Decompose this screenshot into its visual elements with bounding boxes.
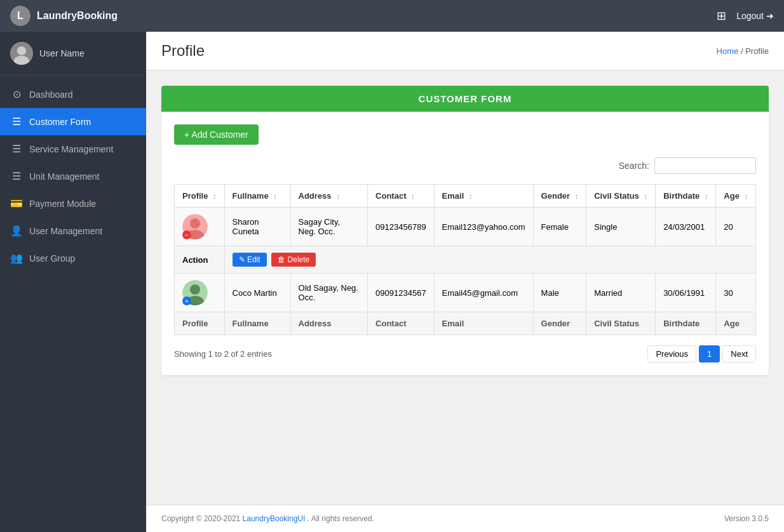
sidebar-item-label: User Management [29,226,102,236]
sidebar-username: User Name [39,48,84,58]
logout-icon: ➜ [766,11,774,21]
footer-col-profile: Profile [175,312,225,335]
sidebar-item-unit-management[interactable]: ☰ Unit Management [0,163,146,190]
previous-button[interactable]: Previous [647,345,696,362]
sidebar-item-service-management[interactable]: ☰ Service Management [0,135,146,163]
delete-button[interactable]: 🗑 Delete [271,253,316,267]
profile-cell: + [182,280,217,305]
navbar: L LaundryBooking ⊞ Logout ➜ [0,0,784,32]
search-label: Search: [619,161,649,171]
col-fullname[interactable]: Fullname ↕ [224,185,290,208]
sidebar-item-payment-module[interactable]: 💳 Payment Module [0,190,146,217]
table-row: − Sharon Cuneta Sagay City, Neg. Occ. 09… [175,208,756,246]
sidebar-nav: ⊙ Dashboard ☰ Customer Form ☰ Service Ma… [0,76,146,532]
sidebar-item-dashboard[interactable]: ⊙ Dashboard [0,81,146,108]
svg-point-7 [190,284,200,295]
col-gender[interactable]: Gender ↕ [533,185,586,208]
cell-gender: Female [533,208,586,246]
col-birthdate[interactable]: Birthdate ↕ [656,185,716,208]
card-header: CUSTOMER FORM [161,86,769,112]
sidebar-item-customer-form[interactable]: ☰ Customer Form [0,108,146,135]
sort-icon: ↕ [273,192,277,200]
search-input[interactable] [654,157,756,174]
grid-icon[interactable]: ⊞ [717,9,726,23]
footer-brand-link[interactable]: LaundryBookingUI [243,514,306,523]
sort-icon: ↕ [575,192,579,200]
profile-avatar: + [182,280,208,305]
svg-point-4 [190,218,200,229]
app-name: LaundryBooking [37,10,118,22]
footer-col-address: Address [290,312,368,335]
badge-red-icon: − [182,230,191,239]
breadcrumb-current: Profile [745,46,769,56]
cell-civil-status: Married [586,274,656,312]
page-1-button[interactable]: 1 [699,345,720,362]
breadcrumb-home[interactable]: Home [717,46,739,56]
breadcrumb-separator: / [741,46,743,56]
cell-fullname: Sharon Cuneta [224,208,290,246]
site-footer: Copyright © 2020-2021 LaundryBookingUI .… [146,505,784,532]
cell-gender: Male [533,274,586,312]
cell-email: Email123@yahoo.com [434,208,533,246]
next-button[interactable]: Next [722,345,756,362]
col-civil-status[interactable]: Civil Status ↕ [586,185,656,208]
cell-address: Old Sagay, Neg. Occ. [290,274,368,312]
content-area: CUSTOMER FORM + Add Customer Search: Pro… [146,70,784,505]
footer-col-email: Email [434,312,533,335]
sidebar: User Name ⊙ Dashboard ☰ Customer Form ☰ … [0,32,146,532]
payment-icon: 💳 [10,197,23,209]
card-body: + Add Customer Search: Profile ↕ Fullnam… [161,112,769,375]
cell-fullname: Coco Martin [224,274,290,312]
col-contact[interactable]: Contact ↕ [368,185,435,208]
search-bar: Search: [174,157,756,174]
sidebar-item-label: Dashboard [29,90,73,100]
sidebar-item-user-group[interactable]: 👥 User Group [0,244,146,272]
cell-contact: 09091234567 [368,274,435,312]
sort-icon: ↕ [705,192,708,200]
main-content: Profile Home / Profile CUSTOMER FORM + A… [146,32,784,532]
sort-icon: ↕ [213,192,217,200]
unit-management-icon: ☰ [10,170,23,182]
cell-birthdate: 24/03/2001 [656,208,716,246]
cell-civil-status: Single [586,208,656,246]
col-email[interactable]: Email ↕ [434,185,533,208]
page-header: Profile Home / Profile [146,32,784,70]
edit-button[interactable]: ✎ Edit [233,253,267,267]
footer-col-contact: Contact [368,312,435,335]
sort-icon: ↕ [644,192,648,200]
action-row: Action ✎ Edit 🗑 Delete [175,246,756,274]
showing-entries: Showing 1 to 2 of 2 entries [174,349,272,359]
footer-version: Version 3.0.5 [724,514,769,523]
user-management-icon: 👤 [10,225,23,237]
sidebar-user: User Name [0,32,146,76]
pagination: Previous 1 Next [647,345,756,362]
col-address[interactable]: Address ↕ [290,185,368,208]
footer-col-birthdate: Birthdate [656,312,716,335]
cell-profile: − [175,208,225,246]
cell-birthdate: 30/06/1991 [656,274,716,312]
table-footer: Showing 1 to 2 of 2 entries Previous 1 N… [174,345,756,362]
customer-form-card: CUSTOMER FORM + Add Customer Search: Pro… [161,86,769,375]
svg-point-1 [17,46,26,55]
avatar [10,42,33,65]
navbar-brand: L LaundryBooking [10,6,118,26]
sort-icon: ↕ [336,192,340,200]
table-row: + Coco Martin Old Sagay, Neg. Occ. 09091… [175,274,756,312]
sidebar-item-label: Customer Form [29,117,91,127]
cell-profile: + [175,274,225,312]
user-group-icon: 👥 [10,252,23,264]
table-footer-row: Profile Fullname Address Contact Email G… [175,312,756,335]
add-customer-button[interactable]: + Add Customer [174,124,259,145]
col-age[interactable]: Age ↕ [716,185,756,208]
action-label: Action [175,246,225,274]
cell-contact: 09123456789 [368,208,435,246]
logout-button[interactable]: Logout ➜ [736,11,774,21]
sidebar-item-user-management[interactable]: 👤 User Management [0,217,146,244]
cell-age: 20 [716,208,756,246]
page-title: Profile [161,42,205,60]
sort-icon: ↕ [469,192,473,200]
col-profile[interactable]: Profile ↕ [175,185,225,208]
service-management-icon: ☰ [10,143,23,155]
layout: User Name ⊙ Dashboard ☰ Customer Form ☰ … [0,32,784,532]
navbar-right: ⊞ Logout ➜ [717,9,774,23]
